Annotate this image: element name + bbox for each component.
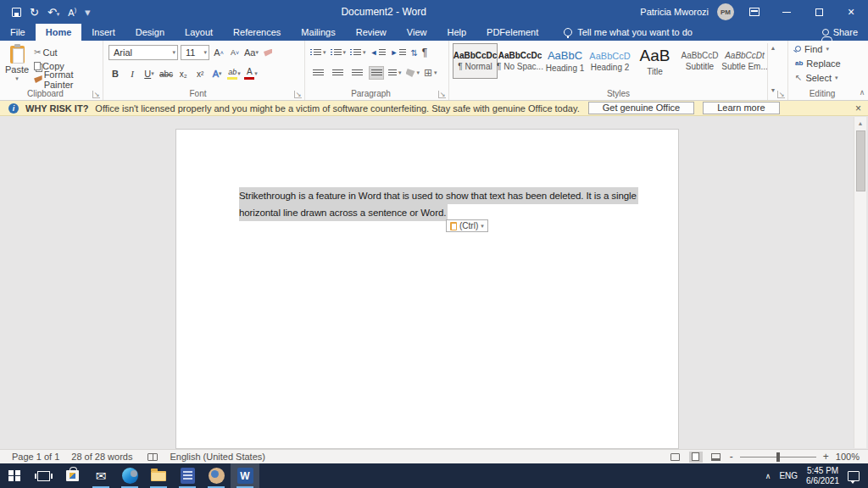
shrink-font-button[interactable]: A˅ bbox=[228, 45, 242, 60]
ribbon-display-options-button[interactable] bbox=[743, 2, 766, 22]
format-painter-button[interactable]: Format Painter bbox=[34, 74, 103, 85]
cut-button[interactable]: ✂Cut bbox=[34, 47, 103, 58]
align-left-button[interactable] bbox=[310, 66, 326, 80]
bold-button[interactable]: B bbox=[108, 66, 122, 81]
decrease-indent-button[interactable]: ◄ bbox=[370, 48, 387, 57]
app-button-blue[interactable] bbox=[173, 463, 202, 488]
paragraph-dialog-launcher[interactable]: ↘ bbox=[438, 91, 446, 98]
vertical-scrollbar[interactable]: ▲ bbox=[854, 117, 866, 448]
zoom-out-button[interactable]: - bbox=[730, 451, 733, 463]
style-heading1[interactable]: AaBbC Heading 1 bbox=[542, 43, 587, 79]
strikethrough-button[interactable]: abc bbox=[159, 66, 173, 81]
zoom-slider[interactable] bbox=[740, 457, 816, 458]
zoom-in-button[interactable]: + bbox=[823, 451, 829, 463]
tab-home[interactable]: Home bbox=[36, 24, 82, 41]
tab-design[interactable]: Design bbox=[125, 24, 175, 41]
style-subtitle[interactable]: AaBbCcD Subtitle bbox=[677, 43, 722, 79]
align-right-button[interactable] bbox=[349, 66, 364, 80]
minimize-button[interactable] bbox=[775, 2, 798, 22]
learn-more-button[interactable]: Learn more bbox=[703, 102, 779, 114]
pdfelement-button[interactable] bbox=[202, 463, 231, 488]
multilevel-list-button[interactable]: ▾ bbox=[350, 48, 366, 57]
tray-chevron-icon[interactable]: ∧ bbox=[765, 472, 771, 480]
sort-button[interactable]: ⇅ bbox=[410, 48, 417, 58]
user-name[interactable]: Patricia Mworozi bbox=[640, 7, 709, 17]
underline-button[interactable]: U▾ bbox=[142, 66, 156, 81]
document-page[interactable]: Strikethrough is a feature in Word that … bbox=[175, 129, 679, 449]
subscript-button[interactable]: x₂ bbox=[176, 66, 190, 81]
close-button[interactable]: × bbox=[839, 2, 863, 22]
read-aloud-icon[interactable]: A) bbox=[68, 7, 76, 18]
font-name-dropdown-icon[interactable]: ▾ bbox=[169, 49, 175, 56]
superscript-button[interactable]: x² bbox=[193, 66, 207, 81]
text-effects-button[interactable]: A▾ bbox=[210, 66, 224, 81]
edge-browser-button[interactable] bbox=[115, 463, 144, 488]
zoom-level[interactable]: 100% bbox=[836, 452, 860, 462]
repeat-icon[interactable]: ↻ bbox=[30, 7, 39, 18]
customize-qat-icon[interactable]: ▾ bbox=[85, 7, 91, 18]
scroll-up-icon[interactable]: ▲ bbox=[854, 117, 866, 129]
style-no-spacing[interactable]: AaBbCcDc ¶ No Spac... bbox=[498, 43, 542, 79]
selected-text-line1[interactable]: Strikethrough is a feature in Word that … bbox=[239, 187, 638, 204]
share-button[interactable]: Share bbox=[822, 24, 868, 41]
print-layout-button[interactable] bbox=[689, 452, 703, 463]
tell-me-box[interactable]: Tell me what you want to do bbox=[548, 24, 693, 41]
borders-button[interactable]: ⊞▾ bbox=[424, 67, 437, 79]
increase-indent-button[interactable]: ► bbox=[390, 48, 406, 57]
tab-file[interactable]: File bbox=[0, 24, 36, 41]
numbering-button[interactable]: ▾ bbox=[331, 48, 347, 57]
tab-insert[interactable]: Insert bbox=[81, 24, 125, 41]
change-case-button[interactable]: Aa▾ bbox=[244, 45, 259, 60]
styles-dialog-launcher[interactable]: ↘ bbox=[777, 91, 785, 98]
page-indicator[interactable]: Page 1 of 1 bbox=[12, 452, 59, 462]
style-normal[interactable]: AaBbCcDc ¶ Normal bbox=[453, 43, 498, 79]
font-size-dropdown-icon[interactable]: ▾ bbox=[200, 49, 207, 56]
get-genuine-office-button[interactable]: Get genuine Office bbox=[588, 102, 695, 114]
font-size-combo[interactable]: 11▾ bbox=[181, 45, 209, 60]
tab-pdfelement[interactable]: PDFelement bbox=[476, 24, 548, 41]
tray-language[interactable]: ENG bbox=[779, 471, 798, 480]
clear-formatting-button[interactable] bbox=[261, 45, 275, 60]
document-text[interactable]: Strikethrough is a feature in Word that … bbox=[239, 187, 638, 221]
line-spacing-button[interactable]: ▾ bbox=[388, 69, 402, 77]
action-center-icon[interactable] bbox=[848, 471, 860, 481]
proofing-icon[interactable] bbox=[147, 453, 158, 461]
tab-references[interactable]: References bbox=[223, 24, 291, 41]
bullets-button[interactable]: ▾ bbox=[310, 48, 326, 57]
justify-button[interactable] bbox=[369, 66, 384, 80]
word-count[interactable]: 28 of 28 words bbox=[71, 452, 132, 462]
file-explorer-button[interactable] bbox=[144, 463, 173, 488]
word-taskbar-button[interactable]: W bbox=[231, 463, 259, 488]
style-heading2[interactable]: AaBbCcD Heading 2 bbox=[587, 43, 632, 79]
style-title[interactable]: AaB Title bbox=[632, 43, 677, 79]
tab-mailings[interactable]: Mailings bbox=[291, 24, 345, 41]
zoom-slider-thumb[interactable] bbox=[776, 452, 780, 462]
grow-font-button[interactable]: A˄ bbox=[212, 45, 225, 60]
italic-button[interactable]: I bbox=[125, 66, 139, 81]
save-icon[interactable] bbox=[12, 8, 21, 17]
paste-options-button[interactable]: (Ctrl) ▾ bbox=[446, 219, 488, 232]
font-color-button[interactable]: A▾ bbox=[244, 66, 258, 81]
highlight-button[interactable]: ab▾ bbox=[227, 66, 241, 81]
start-button[interactable] bbox=[0, 463, 29, 488]
tab-view[interactable]: View bbox=[397, 24, 437, 41]
language-indicator[interactable]: English (United States) bbox=[170, 452, 265, 462]
tray-clock[interactable]: 5:45 PM 6/6/2021 bbox=[806, 466, 839, 486]
find-button[interactable]: Find ▾ bbox=[795, 43, 856, 54]
font-name-combo[interactable]: Arial▾ bbox=[108, 45, 178, 60]
select-button[interactable]: ↖ Select ▾ bbox=[795, 72, 856, 83]
align-center-button[interactable] bbox=[330, 66, 345, 80]
web-layout-button[interactable] bbox=[709, 452, 723, 463]
clipboard-dialog-launcher[interactable]: ↘ bbox=[92, 91, 100, 98]
selected-text-line2[interactable]: horizontal line drawn across a sentence … bbox=[239, 204, 448, 221]
shading-button[interactable]: ▾ bbox=[406, 69, 420, 77]
task-view-button[interactable] bbox=[29, 463, 58, 488]
collapse-ribbon-button[interactable]: ∧ bbox=[856, 41, 868, 100]
restore-button[interactable] bbox=[807, 2, 831, 22]
microsoft-store-button[interactable] bbox=[58, 463, 86, 488]
style-subtle-emphasis[interactable]: AaBbCcDt Subtle Em... bbox=[722, 43, 767, 79]
font-dialog-launcher[interactable]: ↘ bbox=[294, 91, 302, 98]
tab-layout[interactable]: Layout bbox=[175, 24, 223, 41]
undo-icon[interactable]: ↶▾ bbox=[47, 7, 59, 18]
tab-review[interactable]: Review bbox=[346, 24, 397, 41]
